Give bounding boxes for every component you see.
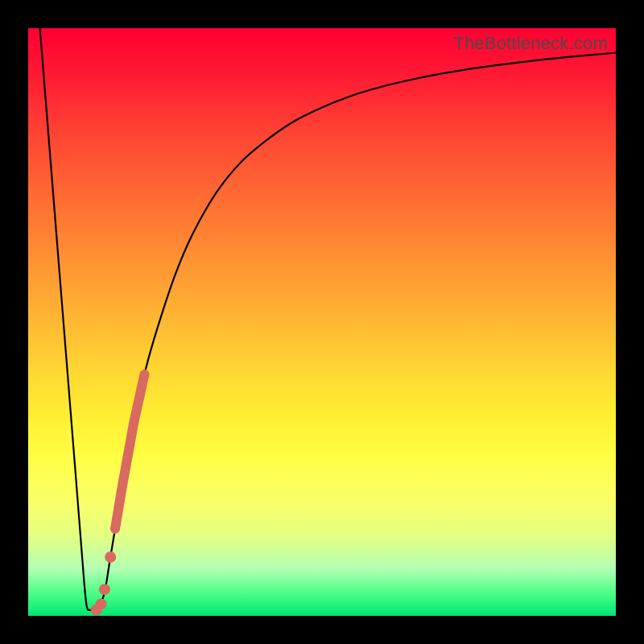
highlight-dot (105, 551, 116, 563)
highlight-band (115, 374, 144, 529)
chart-frame: TheBottleneck.com (0, 0, 644, 644)
chart-svg (28, 28, 616, 616)
highlight-dot (91, 605, 102, 616)
curve-line (40, 28, 616, 610)
highlight-dot (99, 584, 110, 595)
chart-plot-area: TheBottleneck.com (28, 28, 616, 616)
highlight-dots (91, 551, 117, 616)
